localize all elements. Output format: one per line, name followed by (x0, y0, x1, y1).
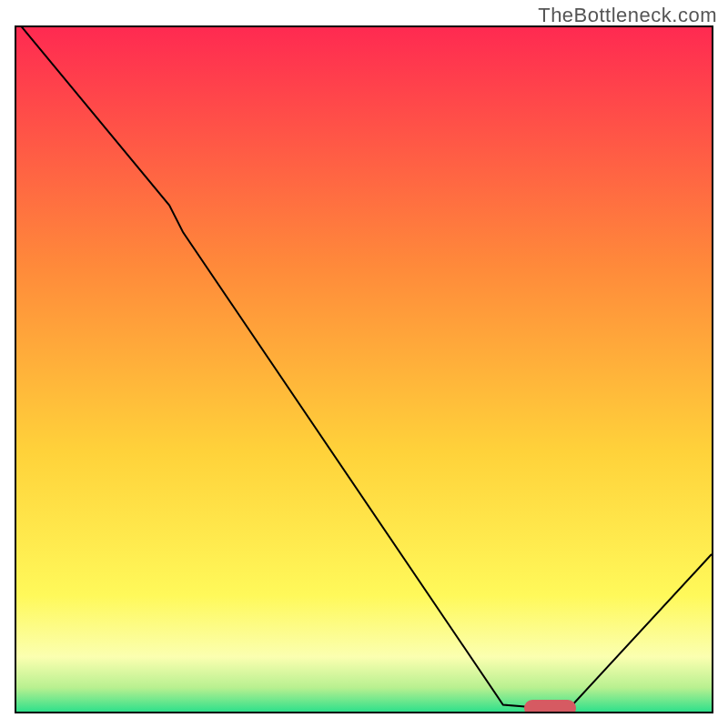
chart-frame (15, 25, 713, 713)
curve-line (16, 27, 712, 712)
optimal-marker (524, 700, 576, 713)
watermark-text: TheBottleneck.com (538, 4, 717, 27)
